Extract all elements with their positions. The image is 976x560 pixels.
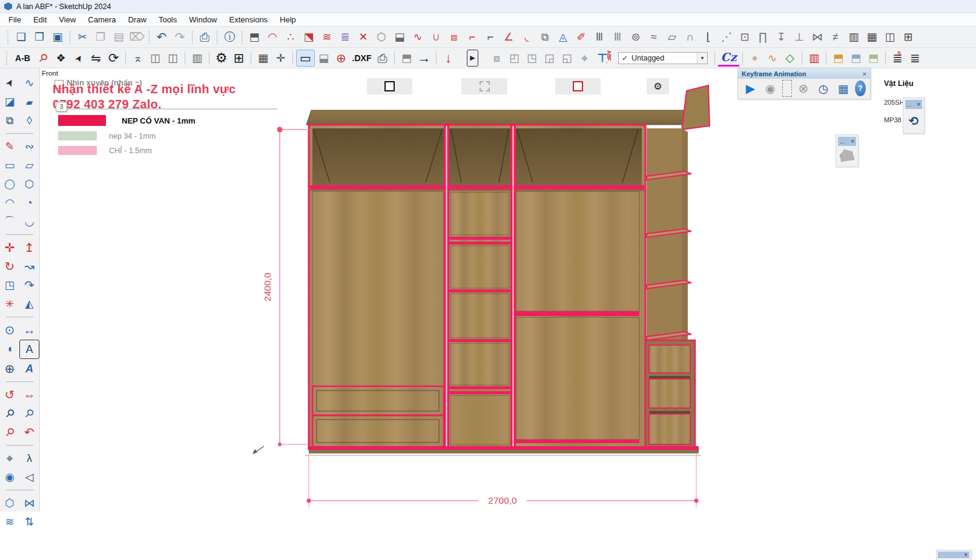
kf-help-icon[interactable]: ? <box>855 81 866 96</box>
kf-play-icon[interactable]: ▶ <box>742 81 759 96</box>
cut-icon[interactable]: ✂ <box>73 28 91 45</box>
plugin-ramp-icon[interactable]: ⋰ <box>717 28 736 45</box>
chevron-down-icon[interactable]: ▾ <box>697 53 707 64</box>
plugin-round-poly-icon[interactable]: ⬡ <box>372 28 391 45</box>
view-back-icon[interactable]: ◲ <box>541 50 558 66</box>
layers-abf-icon[interactable]: ≣ <box>889 50 906 66</box>
erase-icon[interactable]: ⌦ <box>128 28 146 45</box>
follow-me-icon[interactable]: ↝ <box>20 257 39 275</box>
menu-tools[interactable]: Tools <box>153 14 183 25</box>
flip-icon[interactable]: ⇅ <box>20 513 39 531</box>
menu-draw[interactable]: Draw <box>122 14 153 25</box>
intersect-icon[interactable]: ⋈ <box>20 494 39 512</box>
ab-connector-label[interactable]: A-B <box>11 50 35 66</box>
plugin-pen-box-icon[interactable]: ✐ <box>572 28 590 45</box>
plugin-clamp-icon[interactable]: ∩ <box>681 28 699 45</box>
view-top-icon[interactable]: ◱ <box>558 50 576 66</box>
copy-icon[interactable]: ❐ <box>91 28 110 45</box>
play-animation-icon[interactable]: ▶ <box>467 50 478 67</box>
dimension-icon[interactable]: ↔ <box>20 321 39 339</box>
push-pull-icon[interactable]: ↥ <box>20 239 39 257</box>
view-frame-icon[interactable]: ▭ <box>296 50 315 67</box>
plugin-fold-face-icon[interactable]: ⬔ <box>300 28 318 45</box>
panel-a-titlebar[interactable]: ... × <box>905 100 922 109</box>
plugin-curve-bend-icon[interactable]: ◟ <box>518 28 536 45</box>
menu-file[interactable]: File <box>2 14 27 25</box>
plugin-stairs-icon[interactable]: ⌊ <box>699 28 717 45</box>
axes-icon[interactable]: ✳ <box>1 295 19 313</box>
corner-box-blue-icon[interactable]: ⬒ <box>847 50 865 66</box>
path-ball-icon[interactable]: ∿ <box>763 50 781 66</box>
layout-panels-icon[interactable]: ⬓ <box>315 50 332 66</box>
plugin-pedestal-icon[interactable]: ⊥ <box>790 28 808 45</box>
close-icon[interactable]: × <box>851 138 854 145</box>
view-front-icon[interactable]: ◰ <box>506 50 523 66</box>
mirror-icon[interactable]: ◭ <box>20 295 39 313</box>
polygon-icon[interactable]: ⬡ <box>20 175 39 193</box>
plugin-layer-stack-icon[interactable]: ≋ <box>318 28 336 45</box>
corner-box-green-icon[interactable]: ⬒ <box>865 50 882 66</box>
scene-page-badge[interactable]: 3 <box>56 102 67 112</box>
plugin-pillars-b-icon[interactable]: Ⅲ <box>608 28 627 45</box>
view-right-icon[interactable]: ◳ <box>523 50 541 66</box>
toolbar-grip[interactable] <box>5 51 8 65</box>
close-icon[interactable]: × <box>917 101 920 108</box>
plugin-window-grid-icon[interactable]: ▦ <box>863 28 881 45</box>
plugin-point-path-icon[interactable]: ∴ <box>282 28 300 45</box>
cz-plugin-label[interactable]: Cz <box>718 49 739 67</box>
plugin-fold-strip-icon[interactable]: ≈ <box>645 28 663 45</box>
plugin-staple-icon[interactable]: ∏ <box>754 28 772 45</box>
fold-book-icon[interactable]: ⌅ <box>129 50 147 66</box>
plugin-box-cut-icon[interactable]: ⧈ <box>445 28 463 45</box>
offset-icon[interactable]: ↷ <box>20 276 39 294</box>
three-point-arc-icon[interactable]: ◡ <box>20 212 39 231</box>
menu-camera[interactable]: Camera <box>82 14 122 25</box>
arrow-right-icon[interactable]: → <box>415 50 433 66</box>
select-icon[interactable]: ➤ <box>0 70 22 96</box>
keyframe-panel-titlebar[interactable]: Keyframe Animation × <box>738 68 870 79</box>
view-iso-icon[interactable]: ⧈ <box>488 50 506 66</box>
plugin-axis-mark-icon[interactable]: ✕ <box>354 28 372 45</box>
toolbar-grip[interactable] <box>6 30 10 44</box>
eraser-icon[interactable]: ▰ <box>20 93 39 111</box>
look-around-icon[interactable]: ◉ <box>1 468 19 486</box>
plugin-frame-icon[interactable]: ⊞ <box>899 28 917 45</box>
plugin-corner-b-icon[interactable]: ⌐ <box>481 28 500 45</box>
circle-icon[interactable]: ◯ <box>1 175 19 193</box>
refresh-icon[interactable]: ⟳ <box>105 50 122 66</box>
plugin-rail-icon[interactable]: ≠ <box>826 28 845 45</box>
view-camera-icon[interactable]: ⌖ <box>576 50 593 66</box>
model-info-icon[interactable]: ⓘ <box>220 28 239 45</box>
plugin-twist-icon[interactable]: ∿ <box>409 28 427 45</box>
text-icon[interactable]: A <box>19 340 39 359</box>
kf-record-icon[interactable]: ◉ <box>762 81 779 96</box>
menu-help[interactable]: Help <box>274 14 302 25</box>
new-document-icon[interactable]: ❏ <box>12 28 30 45</box>
wardrobe-drawing[interactable]: 2400,0 2700,0 <box>242 85 720 521</box>
settings-gear-icon[interactable]: ⚙ <box>213 50 230 66</box>
line-icon[interactable]: ✎ <box>1 137 19 156</box>
close-icon[interactable]: × <box>964 552 968 558</box>
cursor-icon[interactable]: ➤ <box>67 48 90 68</box>
plugin-screw-icon[interactable]: ↧ <box>772 28 790 45</box>
kf-select-frames-icon[interactable] <box>782 80 792 97</box>
plugin-pillars-a-icon[interactable]: Ⅲ <box>590 28 608 45</box>
dots-icon[interactable]: ... <box>907 102 912 108</box>
two-point-arc-icon[interactable]: ⌒ <box>1 212 19 231</box>
plugin-corner-a-icon[interactable]: ⌐ <box>463 28 481 45</box>
plugin-color-layers-icon[interactable]: ≣ <box>336 28 354 45</box>
zoom-extents-icon[interactable]: ⚲ <box>0 419 23 445</box>
panel-c-titlebar[interactable]: × <box>938 552 969 558</box>
print-icon[interactable]: ⎙ <box>196 28 214 45</box>
section-plane-icon[interactable]: ⊕ <box>1 360 19 378</box>
plugin-screen-icon[interactable]: ⊡ <box>736 28 754 45</box>
plugin-angle-icon[interactable]: ∠ <box>500 28 518 45</box>
dots-icon[interactable]: ... <box>840 139 845 145</box>
material-stone-icon[interactable]: ● <box>746 50 763 66</box>
rotate-tool-icon[interactable]: ⟲ <box>903 111 924 131</box>
menu-window[interactable]: Window <box>183 14 223 25</box>
columns-icon[interactable]: ▥ <box>188 50 206 66</box>
flip-tool-icon[interactable]: ⇋ <box>87 50 105 66</box>
plugin-curve-add-icon[interactable]: ◠ <box>263 28 282 45</box>
arc-icon[interactable]: ◠ <box>1 194 19 212</box>
